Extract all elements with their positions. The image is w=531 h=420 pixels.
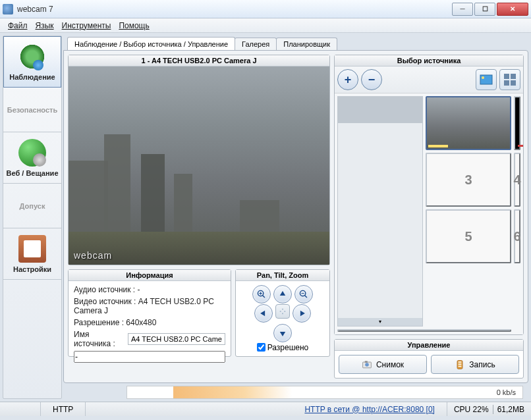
- sidebar-item-surveillance[interactable]: Наблюдение: [3, 36, 61, 88]
- info-audio: Аудио источник : -: [74, 285, 225, 294]
- svg-rect-9: [459, 363, 462, 365]
- source-thumb-1[interactable]: [426, 96, 511, 150]
- film-icon: [455, 359, 465, 370]
- video-title: 1 - A4 TECH USB2.0 PC Camera J: [69, 55, 329, 66]
- sidebar-label: Веб / Вещание: [7, 169, 59, 177]
- menu-language[interactable]: Язык: [36, 21, 54, 30]
- remove-source-button[interactable]: −: [361, 69, 382, 90]
- status-cpu: CPU 22%: [454, 405, 489, 414]
- source-thumb-3[interactable]: 3: [426, 153, 511, 207]
- tab-main[interactable]: Наблюдение / Выбор источника / Управлени…: [67, 37, 235, 50]
- minimize-button[interactable]: ─: [452, 3, 473, 16]
- control-panel: Управление Снимок Запись: [334, 339, 524, 379]
- ptz-title: Pan, Tilt, Zoom: [236, 270, 329, 281]
- source-name-label: Имя источника :: [74, 330, 125, 348]
- sidebar-item-access[interactable]: Допуск: [3, 184, 61, 228]
- svg-rect-2: [480, 75, 492, 84]
- snapshot-button[interactable]: Снимок: [339, 355, 427, 374]
- ptz-allowed-checkbox[interactable]: [257, 343, 266, 352]
- status-mem: 61,2MB: [497, 405, 524, 414]
- source-thumb-empty[interactable]: [337, 329, 511, 332]
- window-title: webcam 7: [17, 5, 452, 14]
- record-button[interactable]: Запись: [431, 355, 519, 374]
- menu-file[interactable]: Файл: [8, 21, 28, 30]
- sidebar-item-settings[interactable]: Настройки: [3, 228, 61, 280]
- pan-up-button[interactable]: [273, 285, 292, 303]
- sidebar-label: Настройки: [13, 265, 51, 273]
- close-button[interactable]: ✕: [497, 3, 528, 16]
- bandwidth-rate: 0 kb/s: [497, 388, 516, 396]
- source-thumb-4[interactable]: 4: [514, 153, 520, 207]
- svg-rect-6: [365, 361, 368, 362]
- app-icon: [3, 4, 13, 14]
- camera-icon: [18, 43, 46, 70]
- statusbar: HTTP HTTP в сети @ http://ACER:8080 [0] …: [0, 402, 531, 416]
- svg-point-5: [365, 363, 369, 367]
- source-selector-panel: Выбор источника + −: [334, 55, 524, 335]
- info-title: Информация: [69, 270, 231, 281]
- sidebar-item-web[interactable]: Веб / Вещание: [3, 132, 61, 184]
- sidebar: Наблюдение Безопасность Веб / Вещание До…: [3, 36, 62, 399]
- maximize-button[interactable]: ☐: [474, 3, 495, 16]
- pan-left-button[interactable]: [254, 304, 273, 323]
- menubar: Файл Язык Инструменты Помощь: [0, 18, 531, 33]
- single-view-button[interactable]: [476, 69, 497, 90]
- video-panel: 1 - A4 TECH USB2.0 PC Camera J webcam: [68, 55, 330, 265]
- grid-view-button[interactable]: [499, 69, 520, 90]
- record-label: Запись: [469, 360, 495, 369]
- tab-bar: Наблюдение / Выбор источника / Управлени…: [63, 36, 528, 50]
- source-selector-title: Выбор источника: [335, 55, 523, 66]
- zoom-in-button[interactable]: [252, 285, 271, 303]
- clipboard-icon: [18, 235, 46, 263]
- camera-icon: [362, 359, 372, 370]
- svg-point-3: [482, 76, 484, 79]
- ptz-home-button[interactable]: [275, 304, 290, 319]
- sidebar-label: Наблюдение: [9, 73, 55, 81]
- pan-down-button[interactable]: [273, 324, 292, 342]
- svg-rect-10: [459, 365, 462, 367]
- info-panel: Информация Аудио источник : - Видео исто…: [68, 269, 231, 357]
- snapshot-label: Снимок: [376, 360, 404, 369]
- source-scrollbar[interactable]: ▴▾: [337, 96, 423, 327]
- status-http-link[interactable]: HTTP в сети @ http://ACER:8080 [0]: [304, 405, 435, 414]
- tab-gallery[interactable]: Галерея: [235, 38, 277, 50]
- control-title: Управление: [335, 340, 523, 351]
- ptz-allowed-check[interactable]: Разрешено: [257, 343, 309, 352]
- status-http: HTTP: [41, 402, 86, 416]
- titlebar: webcam 7 ─ ☐ ✕: [0, 0, 531, 18]
- video-preview[interactable]: webcam: [69, 66, 329, 265]
- ptz-allowed-label: Разрешено: [267, 343, 309, 352]
- source-thumb-6[interactable]: 6: [514, 209, 520, 263]
- bandwidth-strip: 0 kb/s: [126, 386, 523, 399]
- info-resolution: Разрешение : 640x480: [74, 318, 225, 327]
- bandwidth-bar: [173, 386, 292, 398]
- menu-tools[interactable]: Инструменты: [62, 21, 111, 30]
- zoom-out-button[interactable]: [294, 285, 313, 303]
- ptz-panel: Pan, Tilt, Zoom: [235, 269, 330, 357]
- sidebar-label: Безопасность: [7, 106, 57, 114]
- sidebar-item-security[interactable]: Безопасность: [3, 88, 61, 132]
- pan-right-button[interactable]: [293, 304, 311, 323]
- globe-icon: [18, 139, 46, 167]
- sidebar-label: Допуск: [20, 202, 45, 210]
- svg-rect-8: [459, 361, 462, 363]
- source-desc-input[interactable]: [74, 351, 225, 363]
- source-thumb-5[interactable]: 5: [426, 209, 511, 263]
- source-thumb-2[interactable]: [514, 96, 520, 150]
- tab-scheduler[interactable]: Планировщик: [276, 38, 337, 50]
- source-name-input[interactable]: [128, 333, 225, 345]
- menu-help[interactable]: Помощь: [119, 21, 149, 30]
- info-video: Видео источник : A4 TECH USB2.0 PC Camer…: [74, 297, 225, 315]
- add-source-button[interactable]: +: [337, 69, 358, 90]
- watermark: webcam: [74, 250, 112, 261]
